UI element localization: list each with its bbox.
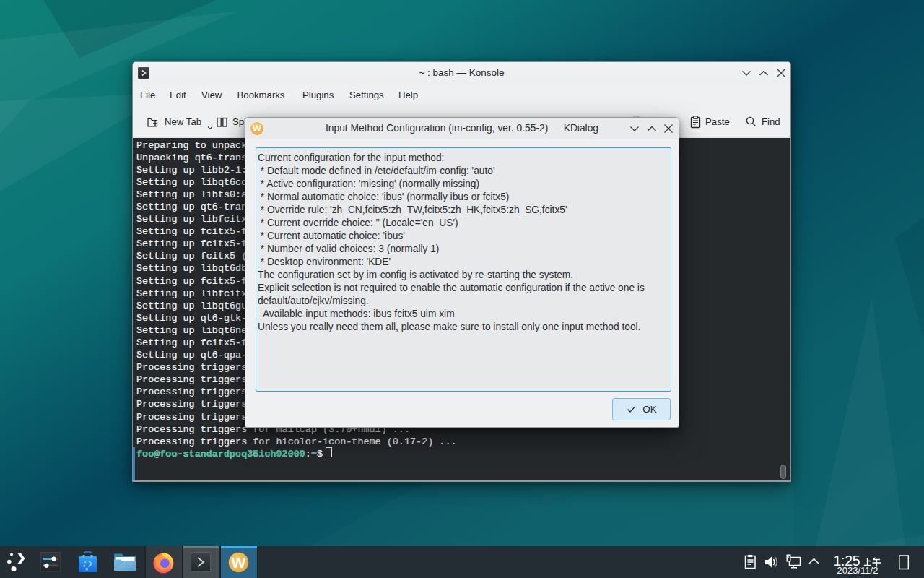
svg-text:W: W [232, 553, 246, 570]
